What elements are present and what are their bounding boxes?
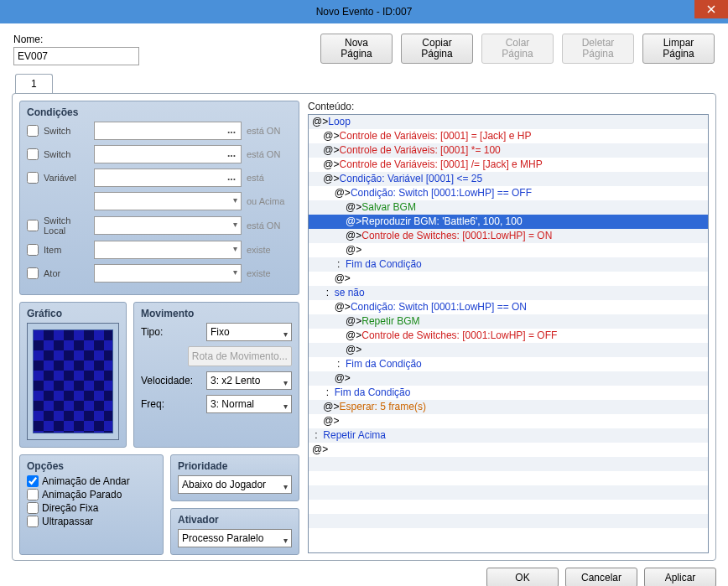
priority-group: Prioridade Abaixo do Jogador	[170, 454, 299, 501]
event-line[interactable]: @>Condição: Switch [0001:LowHP] == ON	[309, 300, 708, 314]
clear-page-button[interactable]: Limpar Página	[642, 34, 715, 64]
event-segment: Repetir BGM	[361, 315, 419, 327]
options-title: Opções	[27, 460, 156, 472]
event-line[interactable]: : se não	[309, 286, 708, 300]
condition-label: Item	[44, 245, 89, 255]
event-line[interactable]: @>Controle de Variáveis: [0001] *= 100	[309, 143, 708, 158]
movement-type-select[interactable]: Fixo	[206, 323, 292, 341]
event-line[interactable]: @>Loop	[309, 115, 708, 129]
event-line[interactable]: @>Controle de Switches: [0001:LowHP] = O…	[309, 229, 708, 243]
event-segment: @>	[323, 158, 339, 170]
condition-label: Switch	[44, 149, 89, 159]
trigger-group: Ativador Processo Paralelo	[170, 508, 299, 555]
condition-checkbox[interactable]	[27, 172, 39, 184]
condition-field[interactable]	[94, 122, 242, 140]
event-line[interactable]: @>	[309, 243, 708, 257]
condition-field[interactable]	[94, 241, 242, 259]
close-button[interactable]	[694, 0, 728, 18]
priority-select[interactable]: Abaixo do Jogador	[178, 475, 292, 494]
event-line[interactable]: @>Condição: Switch [0001:LowHP] == OFF	[309, 186, 708, 200]
paste-page-button: Colar Página	[481, 34, 554, 64]
event-line[interactable]: @>	[309, 414, 708, 428]
event-segment: @>	[312, 443, 328, 455]
graphic-preview[interactable]	[27, 323, 119, 440]
event-line[interactable]: @>Controle de Variáveis: [0001] /= [Jack…	[309, 158, 708, 172]
toolbar: Nome: Nova Página Copiar Página Colar Pá…	[0, 23, 728, 70]
event-line[interactable]: : Fim da Condição	[309, 357, 708, 371]
event-segment: @>	[312, 116, 328, 127]
name-input[interactable]	[13, 47, 139, 65]
event-line[interactable]	[309, 457, 708, 471]
condition-field[interactable]	[94, 264, 242, 283]
option-checkbox[interactable]	[27, 489, 39, 500]
event-line[interactable]: @>	[309, 443, 708, 457]
movement-route-button: Rota de Movimento...	[188, 346, 292, 366]
condition-suffix: existe	[247, 245, 292, 255]
event-line[interactable]: @>Esperar: 5 frame(s)	[309, 400, 708, 414]
condition-field[interactable]	[94, 192, 242, 210]
tab-1[interactable]: 1	[15, 74, 53, 93]
condition-field[interactable]	[94, 145, 242, 163]
priority-title: Prioridade	[178, 460, 292, 472]
event-segment: :	[312, 429, 323, 441]
event-line[interactable]	[309, 500, 708, 514]
event-line[interactable]: @>	[309, 272, 708, 286]
option-checkbox[interactable]	[27, 502, 39, 514]
event-line[interactable]: @>Reproduzir BGM: 'Battle6', 100, 100	[309, 215, 708, 229]
event-line[interactable]	[309, 528, 708, 542]
new-page-button[interactable]: Nova Página	[320, 34, 393, 64]
condition-suffix: está	[247, 173, 292, 183]
event-segment: @>	[335, 372, 351, 384]
event-segment: Controle de Variáveis: [0001] /= [Jack] …	[340, 158, 543, 170]
movement-freq-select[interactable]: 3: Normal	[206, 395, 292, 413]
event-line[interactable]	[309, 471, 708, 485]
condition-checkbox[interactable]	[27, 244, 39, 256]
event-segment: @>	[323, 415, 339, 427]
movement-freq-label: Freq:	[141, 398, 201, 410]
event-line[interactable]: @>Controle de Switches: [0001:LowHP] = O…	[309, 329, 708, 343]
event-segment: @>	[346, 315, 361, 327]
condition-field[interactable]	[94, 169, 242, 187]
conditions-title: Condições	[27, 106, 292, 118]
event-line[interactable]: : Repetir Acima	[309, 428, 708, 443]
condition-checkbox[interactable]	[27, 267, 39, 279]
event-segment: @>	[346, 344, 361, 355]
event-line[interactable]: : Fim da Condição	[309, 386, 708, 400]
movement-speed-select[interactable]: 3: x2 Lento	[206, 371, 292, 390]
condition-row: ou Acima	[27, 192, 292, 210]
option-label: Direção Fixa	[42, 502, 98, 514]
event-segment: Salvar BGM	[361, 201, 416, 213]
event-segment: :	[335, 258, 346, 270]
trigger-title: Ativador	[178, 514, 292, 526]
cancel-button[interactable]: Cancelar	[565, 568, 637, 586]
condition-checkbox[interactable]	[27, 220, 39, 231]
condition-field[interactable]	[94, 216, 242, 235]
event-line[interactable]: @>	[309, 371, 708, 386]
event-segment: Condição: Variável [0001] <= 25	[340, 173, 483, 184]
option-checkbox[interactable]	[27, 475, 39, 487]
event-line[interactable]	[309, 514, 708, 528]
event-segment: Fim da Condição	[346, 358, 422, 370]
condition-suffix: está ON	[247, 126, 292, 136]
condition-row: Switchestá ON	[27, 145, 292, 163]
apply-button[interactable]: Aplicar	[644, 568, 716, 586]
option-label: Ultrapassar	[42, 516, 93, 527]
event-line[interactable]: @>Controle de Variáveis: [0001] = [Jack]…	[309, 129, 708, 143]
event-line[interactable]: @>Repetir BGM	[309, 314, 708, 329]
event-line[interactable]	[309, 485, 708, 500]
condition-checkbox[interactable]	[27, 125, 39, 137]
graphic-group: Gráfico	[19, 302, 127, 448]
copy-page-button[interactable]: Copiar Página	[401, 34, 473, 64]
event-command-list[interactable]: @>Loop @>Controle de Variáveis: [0001] =…	[308, 114, 709, 553]
event-line[interactable]: @>Salvar BGM	[309, 200, 708, 215]
option-checkbox[interactable]	[27, 516, 39, 527]
event-line[interactable]: : Fim da Condição	[309, 257, 708, 272]
trigger-select[interactable]: Processo Paralelo	[178, 529, 292, 547]
condition-row: Atorexiste	[27, 264, 292, 283]
event-line[interactable]: @>	[309, 343, 708, 357]
ok-button[interactable]: OK	[486, 568, 559, 586]
event-segment: @>	[346, 230, 361, 241]
condition-checkbox[interactable]	[27, 148, 39, 160]
event-line[interactable]: @>Condição: Variável [0001] <= 25	[309, 172, 708, 186]
option-label: Animação Parado	[42, 489, 122, 500]
